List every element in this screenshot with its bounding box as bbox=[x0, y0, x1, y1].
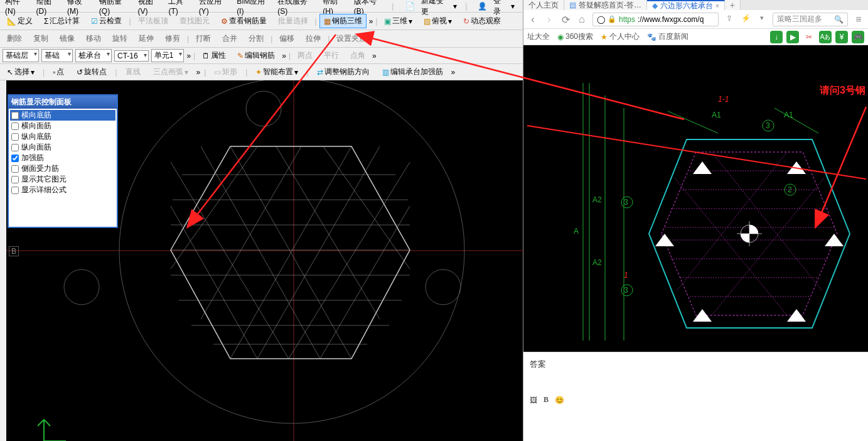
smart-layout-button[interactable]: ✦智能布置 ▾ bbox=[251, 65, 303, 79]
property-icon: 🗒 bbox=[202, 52, 210, 60]
tab-hex-cap[interactable]: ◆六边形六桩承台× bbox=[647, 0, 725, 10]
doc-icon: 📄 bbox=[403, 1, 417, 12]
close-icon[interactable]: × bbox=[715, 3, 719, 9]
image-icon[interactable]: 🖼 bbox=[530, 396, 537, 405]
merge-button[interactable]: 合并 bbox=[218, 31, 242, 46]
two-point-button[interactable]: 两点 bbox=[293, 48, 317, 63]
rebar-checkbox[interactable] bbox=[11, 187, 19, 194]
break-button[interactable]: 打断 bbox=[191, 31, 215, 46]
code-combo[interactable]: CT-16 bbox=[114, 50, 149, 62]
rebar-checkbox[interactable] bbox=[11, 112, 19, 119]
rebar-checkbox[interactable] bbox=[11, 176, 19, 183]
svg-text:A1: A1 bbox=[712, 111, 721, 119]
forward-button[interactable]: › bbox=[544, 14, 555, 25]
bm-baidu-news[interactable]: 🐾百度新闻 bbox=[647, 31, 689, 42]
find-tuyuan-button[interactable]: 查找图元 bbox=[175, 14, 214, 28]
tab-personal-home[interactable]: 个人主页 bbox=[523, 0, 564, 10]
rebar-checkbox[interactable] bbox=[11, 165, 19, 173]
set-basepoint-button[interactable]: 设置夹点 bbox=[332, 31, 371, 46]
delete-button[interactable]: 删除 bbox=[3, 31, 26, 46]
3d-button[interactable]: ▣三维 ▾ bbox=[380, 14, 417, 28]
topview-icon: ▧ bbox=[424, 17, 431, 26]
flat-top-button[interactable]: 平法板顶 bbox=[134, 14, 173, 28]
url-rest: ://www.fwxgx.com/q bbox=[638, 15, 704, 24]
cloud-check-button[interactable]: ☑云检查 bbox=[87, 14, 126, 28]
tab-faq-home[interactable]: ▤答疑解惑首页-答… bbox=[564, 0, 647, 10]
dynamic-observe-button[interactable]: ↻动态观察 bbox=[459, 14, 505, 28]
reload-button[interactable]: ⟳ bbox=[560, 14, 571, 25]
category-combo[interactable]: 基础 bbox=[41, 49, 73, 62]
rotate-point-button[interactable]: ↺旋转点 bbox=[72, 65, 111, 79]
rebar-item-6[interactable]: 显示其它图元 bbox=[10, 174, 115, 185]
emoji-icon[interactable]: 😊 bbox=[555, 396, 564, 405]
svg-marker-55 bbox=[825, 234, 844, 246]
batch-select-button[interactable]: 批量选择 bbox=[274, 14, 313, 28]
rebar-item-2[interactable]: 纵向底筋 bbox=[10, 131, 115, 142]
rect-tool-button[interactable]: ▭矩形 bbox=[210, 65, 242, 79]
trim-button[interactable]: 修剪 bbox=[161, 31, 185, 46]
new-tab-button[interactable]: + bbox=[725, 0, 741, 10]
edit-rebar-button[interactable]: ✎编辑钢筋 bbox=[233, 48, 279, 63]
top-view-button[interactable]: ▧俯视 ▾ bbox=[419, 14, 456, 28]
floor-combo[interactable]: 基础层 bbox=[3, 49, 39, 62]
split-button[interactable]: 分割 bbox=[244, 31, 268, 46]
rebar-item-7[interactable]: 显示详细公式 bbox=[10, 185, 115, 195]
rebar-checkbox[interactable] bbox=[11, 155, 19, 162]
share-icon[interactable]: ⇪ bbox=[724, 14, 735, 25]
arc3-tool-button[interactable]: 三点画弧 ▾ bbox=[149, 65, 193, 79]
bm-personal[interactable]: ★个人中心 bbox=[601, 31, 640, 42]
unit-combo[interactable]: 单元1 bbox=[151, 49, 185, 62]
svg-line-33 bbox=[668, 111, 718, 133]
offset-button[interactable]: 偏移 bbox=[275, 31, 299, 46]
rebar-item-label: 横向面筋 bbox=[21, 121, 51, 131]
rotate-button[interactable]: 旋转 bbox=[108, 31, 132, 46]
rebar-item-3[interactable]: 纵向面筋 bbox=[10, 142, 115, 153]
edit-cap-rebar-button[interactable]: ▥编辑承台加强筋 bbox=[378, 65, 447, 79]
cloud-check-icon: ☑ bbox=[91, 17, 98, 26]
bold-button[interactable]: B bbox=[544, 395, 549, 405]
flash-icon[interactable]: ⚡ bbox=[740, 14, 751, 25]
attr-button[interactable]: 🗒属性 bbox=[198, 48, 230, 63]
rebar-checkbox[interactable] bbox=[11, 122, 19, 130]
sum-calc-button[interactable]: Σ汇总计算 bbox=[40, 14, 84, 28]
view-rebar-qty-button[interactable]: ⚙查看钢筋量 bbox=[217, 14, 271, 28]
parallel-button[interactable]: 平行 bbox=[319, 48, 343, 63]
move-button[interactable]: 移动 bbox=[82, 31, 105, 46]
bm-360search[interactable]: ◉360搜索 bbox=[557, 31, 593, 42]
search-input[interactable]: 策略三国超多🔍 bbox=[773, 13, 848, 26]
back-button[interactable]: ‹ bbox=[527, 14, 538, 25]
define-button[interactable]: 📐定义 bbox=[3, 14, 37, 28]
rebar-checkbox[interactable] bbox=[11, 133, 19, 141]
copy-button[interactable]: 复制 bbox=[29, 31, 53, 46]
rebar-item-4[interactable]: 加强筋 bbox=[10, 153, 115, 163]
bm-addr-all[interactable]: 址大全 bbox=[527, 31, 550, 42]
rebar-display-panel[interactable]: 钢筋显示控制面板 横向底筋横向面筋纵向底筋纵向面筋加强筋侧面受力筋显示其它图元显… bbox=[8, 94, 118, 228]
ext-game-icon[interactable]: 🎮 bbox=[852, 31, 864, 43]
point-angle-button[interactable]: 点角 bbox=[346, 48, 370, 63]
rebar-3d-button[interactable]: ▦钢筋三维 bbox=[319, 14, 367, 28]
line-tool-button[interactable]: 直线 bbox=[121, 65, 145, 79]
ext-download-icon[interactable]: ↓ bbox=[770, 31, 783, 43]
svg-text:1: 1 bbox=[624, 271, 628, 280]
svg-marker-54 bbox=[655, 234, 674, 246]
chevron-down-icon[interactable]: ▾ bbox=[756, 14, 768, 25]
ext-scissors-icon[interactable]: ✂ bbox=[803, 31, 815, 43]
url-input[interactable]: ◯ 🔒 https://www.fwxgx.com/q bbox=[592, 13, 719, 26]
star-icon: ★ bbox=[601, 33, 608, 41]
ext-wallet-icon[interactable]: ¥ bbox=[835, 31, 848, 43]
point-tool-button[interactable]: ▫点 bbox=[48, 65, 68, 79]
mirror-button[interactable]: 镜像 bbox=[55, 31, 79, 46]
menu-icon[interactable]: ≡ bbox=[853, 14, 864, 25]
adjust-dir-button[interactable]: ⇄调整钢筋方向 bbox=[313, 65, 374, 79]
select-button[interactable]: ↖选择 ▾ bbox=[3, 65, 39, 79]
extend-button[interactable]: 延伸 bbox=[134, 31, 158, 46]
home-button[interactable]: ⌂ bbox=[576, 14, 587, 25]
stretch-button[interactable]: 拉伸 bbox=[301, 31, 325, 46]
rebar-checkbox[interactable] bbox=[11, 144, 19, 151]
ext-translate-icon[interactable]: Aあ bbox=[819, 31, 832, 43]
rebar-item-0[interactable]: 横向底筋 bbox=[10, 110, 115, 121]
ext-play-icon[interactable]: ▶ bbox=[786, 31, 799, 43]
rebar-item-1[interactable]: 横向面筋 bbox=[10, 121, 115, 131]
member-combo[interactable]: 桩承台 bbox=[75, 49, 112, 62]
rebar-item-5[interactable]: 侧面受力筋 bbox=[10, 163, 115, 174]
